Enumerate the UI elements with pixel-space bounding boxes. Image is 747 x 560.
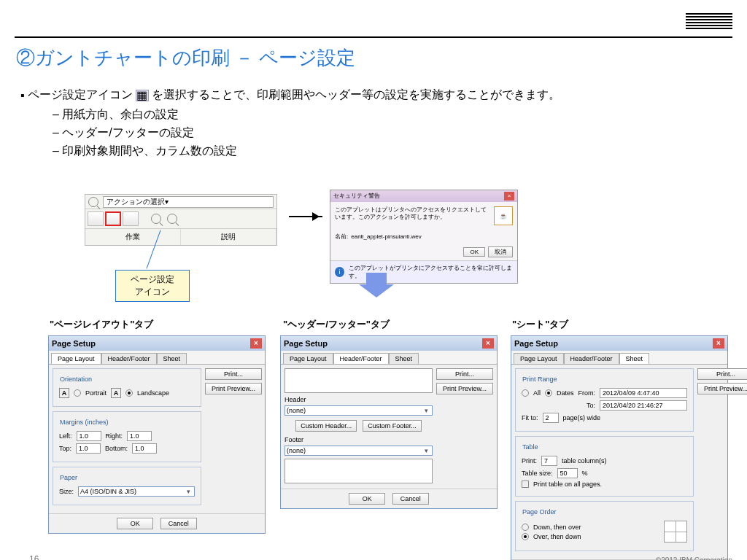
cancel-button[interactable]: 取消 <box>488 246 513 257</box>
arrow-right-icon <box>289 216 322 217</box>
margin-right-input[interactable]: 1.0 <box>127 431 152 441</box>
copyright: ©2012 IBM Corporation <box>656 556 732 560</box>
print-range-label: Print Range <box>520 376 560 383</box>
sub-item: 用紙方向、余白の設定 <box>53 107 732 122</box>
print-button[interactable]: Print... <box>697 368 747 380</box>
print-preview-button[interactable]: Print Preview... <box>697 383 747 394</box>
sub-item: 印刷対象期間や、カラム数の設定 <box>53 144 732 159</box>
tab-sheet[interactable]: Sheet <box>157 353 187 364</box>
ok-button[interactable]: OK <box>117 518 153 529</box>
arrow-down-icon <box>359 273 394 298</box>
tab-page-layout[interactable]: Page Layout <box>283 353 333 364</box>
close-icon[interactable]: × <box>713 338 724 349</box>
header-select[interactable]: (none)▾ <box>285 405 433 416</box>
tab-sheet[interactable]: Sheet <box>389 353 419 364</box>
ibm-logo <box>686 13 732 35</box>
paper-size-select[interactable]: A4 (ISO/DIN & JIS)▾ <box>78 486 195 497</box>
margin-top-input[interactable]: 1.0 <box>76 443 101 454</box>
page-setup-dialog-sheet: Page Setup× Page Layout Header/Footer Sh… <box>511 335 728 560</box>
tab-header-footer[interactable]: Header/Footer <box>333 353 389 364</box>
tab-page-layout[interactable]: Page Layout <box>514 353 564 364</box>
dialog-title: Page Setup <box>284 339 328 348</box>
all-radio[interactable] <box>522 389 529 397</box>
print-all-checkbox[interactable] <box>522 481 529 488</box>
tab-label-1: "ページレイアウト"タブ <box>50 318 153 331</box>
action-dropdown[interactable]: アクションの選択▾ <box>103 196 274 208</box>
dialog-title: Page Setup <box>514 339 558 348</box>
toolbar-button[interactable] <box>123 211 139 226</box>
intro-prefix: ページ設定アイコン <box>28 88 133 103</box>
header-rule <box>15 36 732 38</box>
security-message: このアプレットはプリンタへのアクセスをリクエストしています。このアクションを許可… <box>335 206 489 225</box>
page-setup-button[interactable] <box>105 211 121 226</box>
from-input[interactable]: 2012/04/09 4:47:40 <box>600 388 687 398</box>
orientation-label: Orientation <box>58 376 94 383</box>
fit-input[interactable]: 2 <box>543 413 559 423</box>
page-order-icon <box>664 521 687 542</box>
print-preview-button[interactable]: Print Preview... <box>205 383 262 394</box>
page-setup-dialog-headerfooter: Page Setup× Page Layout Header/Footer Sh… <box>280 335 498 509</box>
custom-header-button[interactable]: Custom Header... <box>295 420 357 432</box>
columns-input[interactable]: 7 <box>541 456 557 466</box>
security-title: セキュリティ警告 <box>333 192 380 201</box>
page-number: 16 <box>29 554 39 560</box>
tab-sheet[interactable]: Sheet <box>619 353 650 364</box>
to-input[interactable]: 2012/04/20 21:46:27 <box>600 400 687 411</box>
java-icon: ☕ <box>494 206 513 225</box>
col-header: 説明 <box>181 229 276 245</box>
callout: ページ設定 アイコン <box>115 270 190 302</box>
dates-radio[interactable] <box>545 389 552 397</box>
footer-label: Footer <box>285 436 303 443</box>
name-value: eanti_applet-pinsuianti.wev <box>351 233 422 240</box>
custom-footer-button[interactable]: Custom Footer... <box>363 420 422 432</box>
header-preview <box>285 368 433 393</box>
footer-preview <box>285 459 433 483</box>
close-icon[interactable]: × <box>482 338 494 349</box>
tab-header-footer[interactable]: Header/Footer <box>564 353 619 364</box>
zoom-in-icon[interactable] <box>151 214 161 224</box>
page-setup-dialog-layout: Page Setup× Page Layout Header/Footer Sh… <box>48 335 266 534</box>
table-size-input[interactable]: 50 <box>557 468 578 478</box>
margins-label: Margins (inches) <box>58 419 111 426</box>
name-label: 名前: <box>335 233 348 241</box>
page-title: ②ガントチャートの印刷 － ページ設定 <box>16 45 355 71</box>
intro-bullet: ▪ ページ設定アイコン ▦ を選択することで、印刷範囲やヘッダー等の設定を実施す… <box>20 88 732 103</box>
page-order-label: Page Order <box>520 508 559 516</box>
portrait-radio[interactable] <box>74 389 81 397</box>
landscape-icon: A <box>111 388 121 398</box>
close-icon[interactable]: × <box>504 192 514 201</box>
cancel-button[interactable]: Cancel <box>160 518 197 529</box>
info-icon: i <box>335 267 344 277</box>
header-label: Header <box>285 396 306 403</box>
toolbar-screenshot: アクションの選択▾ 作業 説明 <box>85 194 277 246</box>
print-button[interactable]: Print... <box>436 368 493 380</box>
ok-button[interactable]: OK <box>349 493 385 505</box>
security-dialog: セキュリティ警告 × このアプレットはプリンタへのアクセスをリクエストしています… <box>330 190 518 284</box>
cancel-button[interactable]: Cancel <box>392 493 429 505</box>
down-over-radio[interactable] <box>522 524 529 531</box>
dialog-title: Page Setup <box>52 339 96 348</box>
zoom-out-icon[interactable] <box>167 214 177 224</box>
tab-header-footer[interactable]: Header/Footer <box>101 353 157 364</box>
over-down-radio[interactable] <box>522 533 529 540</box>
print-button[interactable]: Print... <box>205 368 262 380</box>
portrait-icon: A <box>59 388 69 398</box>
intro-suffix: を選択することで、印刷範囲やヘッダー等の設定を実施することができます。 <box>152 88 560 103</box>
paper-label: Paper <box>58 474 80 481</box>
ok-button[interactable]: OK <box>463 247 485 257</box>
tab-page-layout[interactable]: Page Layout <box>51 353 101 364</box>
tab-label-2: "ヘッダー/フッター"タブ <box>283 318 390 331</box>
margin-bottom-input[interactable]: 1.0 <box>132 443 157 454</box>
sub-item: ヘッダー/フッターの設定 <box>53 125 732 141</box>
print-preview-button[interactable]: Print Preview... <box>436 383 493 394</box>
close-icon[interactable]: × <box>250 338 262 349</box>
landscape-radio[interactable] <box>125 389 133 397</box>
toolbar-button[interactable] <box>88 211 104 226</box>
margin-left-input[interactable]: 1.0 <box>77 431 101 441</box>
footer-select[interactable]: (none)▾ <box>285 446 433 456</box>
page-setup-icon: ▦ <box>136 90 149 101</box>
col-header: 作業 <box>85 229 181 245</box>
search-icon <box>88 197 98 207</box>
tab-label-3: "シート"タブ <box>512 318 568 331</box>
table-label: Table <box>520 443 541 451</box>
